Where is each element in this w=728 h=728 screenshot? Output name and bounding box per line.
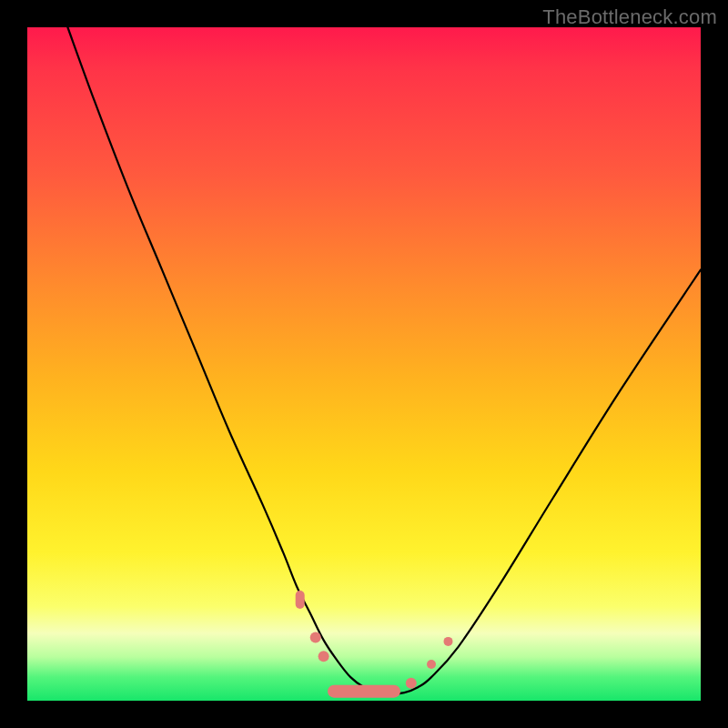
curve-marker-dot <box>406 678 417 689</box>
curve-line <box>67 27 701 694</box>
curve-marker-dot <box>427 660 436 669</box>
curve-marker-pill <box>328 685 400 698</box>
markers-group <box>296 591 453 698</box>
curve-marker-dot <box>318 651 329 662</box>
curve-marker-dot <box>444 637 453 646</box>
chart-frame: TheBottleneck.com <box>0 0 728 728</box>
watermark-text: TheBottleneck.com <box>542 5 717 29</box>
curve-marker-pill <box>296 591 305 609</box>
plot-area <box>27 27 701 701</box>
chart-svg <box>27 27 701 701</box>
curve-marker-dot <box>310 632 321 642</box>
